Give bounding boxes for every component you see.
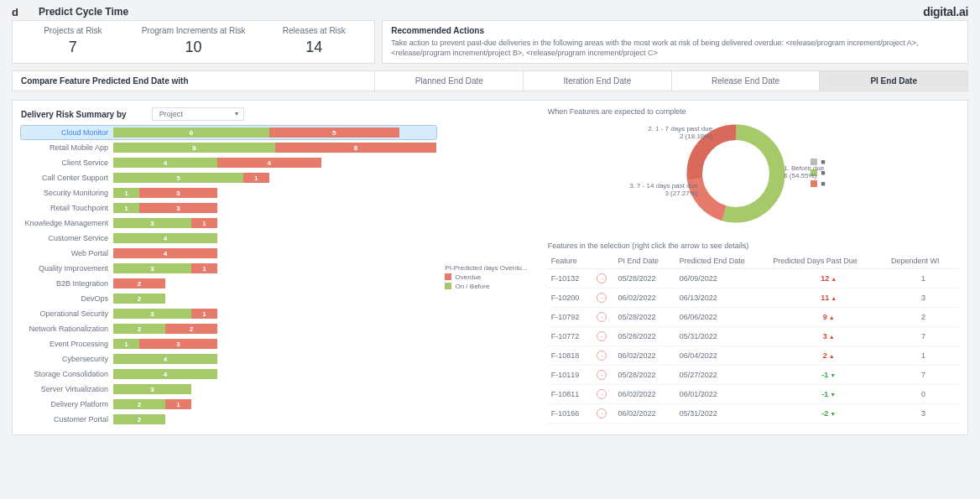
donut-label-7-14: 3. 7 - 14 days past due 3 (27.27%)	[629, 183, 697, 198]
risk-bar-row[interactable]: Web Portal4	[21, 247, 436, 260]
risk-bar-row[interactable]: Client Service44	[21, 156, 436, 169]
expand-row-icon[interactable]: →	[597, 331, 607, 341]
compare-tabs: Compare Feature Predicted End Date with …	[12, 70, 968, 91]
table-row[interactable]: F-10132→05/28/202206/09/2022121	[548, 269, 959, 288]
risk-bar-row[interactable]: Knowledge Management31	[21, 216, 436, 230]
tab-release-end-date[interactable]: Release End Date	[671, 71, 820, 91]
risk-bar-label[interactable]: Storage Consolidation	[21, 370, 113, 378]
features-col[interactable]	[593, 253, 615, 269]
risk-bar-label[interactable]: Security Monitoring	[21, 189, 113, 197]
risk-bar-label[interactable]: Operational Security	[21, 309, 113, 318]
risk-bar-label[interactable]: Cloud Monitor	[21, 128, 113, 137]
expand-row-icon[interactable]: →	[597, 389, 607, 399]
expand-row-icon[interactable]: →	[597, 351, 607, 361]
features-col[interactable]: Feature	[548, 253, 593, 269]
features-col[interactable]: Dependent WI	[888, 253, 959, 269]
table-row[interactable]: F-10811→06/02/202206/01/2022-10	[548, 385, 959, 404]
bar-seg-overdue: 8	[275, 143, 437, 153]
bar-seg-on-before: 1	[113, 188, 139, 198]
table-row[interactable]: F-10792→05/28/202206/06/202292	[548, 308, 959, 327]
donut-label-1-7: 2. 1 - 7 days past due 2 (18.18%)	[648, 126, 712, 141]
risk-bar-label[interactable]: Call Center Support	[21, 174, 113, 182]
table-row[interactable]: F-10166→06/02/202205/31/2022-23	[548, 404, 959, 424]
features-col[interactable]: PI End Date	[614, 253, 675, 269]
table-row[interactable]: F-10119→05/28/202205/27/2022-17	[548, 366, 959, 385]
logo-letter: d	[12, 6, 18, 18]
bar-seg-overdue: 3	[139, 203, 217, 213]
bar-seg-on-before: 5	[113, 173, 243, 183]
risk-bar-label[interactable]: Event Processing	[21, 340, 113, 348]
risk-bar-row[interactable]: Network Rationalization22	[21, 322, 436, 335]
risk-bar-row[interactable]: Quality Improvement31	[21, 262, 436, 275]
tab-pi-end-date[interactable]: PI End Date	[819, 71, 967, 91]
risk-bar-row[interactable]: Security Monitoring13	[21, 186, 436, 200]
risk-bar-label[interactable]: Web Portal	[21, 249, 113, 257]
predicted-days-delta: 9	[823, 313, 835, 321]
kpi-value: 14	[257, 39, 371, 56]
risk-bar-label[interactable]: Customer Service	[21, 234, 113, 242]
brand-logo: digital.ai	[923, 5, 968, 18]
legend-on-before: On / Before	[455, 283, 489, 290]
kpi-panel: Projects at Risk 7 Program Increments at…	[12, 20, 375, 64]
summary-title: Delivery Risk Summary by	[21, 110, 127, 119]
bar-seg-overdue: 2	[113, 278, 165, 288]
risk-bar-label[interactable]: DevOps	[21, 294, 113, 303]
risk-bar-row[interactable]: Server Virtualization3	[21, 382, 436, 396]
bar-seg-overdue: 1	[191, 218, 217, 228]
risk-bar-label[interactable]: Knowledge Management	[21, 219, 113, 227]
expand-row-icon[interactable]: →	[597, 312, 607, 322]
risk-bar-row[interactable]: B2B Integration2	[21, 277, 436, 290]
donut-label-before: 1. Before due 6 (54.55%)	[784, 165, 824, 180]
tab-planned-end-date[interactable]: Planned End Date	[375, 71, 523, 91]
risk-bar-row[interactable]: Call Center Support51	[21, 171, 436, 185]
risk-bar-label[interactable]: Customer Portal	[21, 415, 113, 424]
risk-bar-row[interactable]: Storage Consolidation4	[21, 367, 436, 381]
risk-bar-label[interactable]: Retail Mobile App	[21, 143, 113, 152]
risk-bar-row[interactable]: Event Processing13	[21, 337, 436, 351]
risk-bar-row[interactable]: Customer Service4	[21, 231, 436, 245]
risk-bar-row[interactable]: Retail Mobile App88	[21, 141, 436, 154]
risk-bar-row[interactable]: Retail Touchpoint13	[21, 201, 436, 215]
bar-seg-on-before: 4	[113, 158, 217, 168]
table-row[interactable]: F-10200→06/02/202206/13/2022113	[548, 288, 959, 308]
bar-seg-on-before: 2	[113, 294, 165, 304]
bar-seg-overdue: 2	[165, 324, 217, 334]
table-row[interactable]: F-10818→06/02/202206/04/202221	[548, 346, 959, 366]
risk-bar-label[interactable]: B2B Integration	[21, 279, 113, 288]
bar-seg-on-before: 2	[113, 399, 165, 409]
features-col[interactable]: Predicted Days Past Due	[769, 253, 888, 269]
kpi-label: Projects at Risk	[16, 26, 130, 35]
risk-bar-label[interactable]: Delivery Platform	[21, 400, 113, 408]
risk-bar-row[interactable]: Delivery Platform21	[21, 398, 436, 411]
risk-bar-label[interactable]: Cybersecurity	[21, 355, 113, 363]
expand-row-icon[interactable]: →	[597, 273, 607, 283]
kpi-row: Projects at Risk 7 Program Increments at…	[0, 20, 980, 70]
recommendations-body: Take action to prevent past-due deliveri…	[391, 39, 959, 58]
table-row[interactable]: F-10772→05/28/202205/31/202237	[548, 327, 959, 346]
risk-bar-row[interactable]: Customer Portal2	[21, 413, 436, 426]
risk-bar-label[interactable]: Server Virtualization	[21, 385, 113, 393]
risk-bar-row[interactable]: Cybersecurity4	[21, 352, 436, 366]
risk-bar-label[interactable]: Quality Improvement	[21, 264, 113, 273]
main-panel: Delivery Risk Summary by Project Cloud M…	[12, 100, 968, 435]
group-by-dropdown[interactable]: Project	[152, 107, 244, 121]
risk-bar-row[interactable]: DevOps2	[21, 292, 436, 305]
bar-seg-on-before: 1	[113, 203, 139, 213]
risk-bar-label[interactable]: Client Service	[21, 159, 113, 167]
predicted-days-delta: 2	[823, 351, 835, 360]
features-col[interactable]: Predicted End Date	[676, 253, 770, 269]
kpi-label: Program Increments at Risk	[137, 26, 251, 35]
expand-row-icon[interactable]: →	[597, 408, 607, 418]
tab-iteration-end-date[interactable]: Iteration End Date	[523, 71, 671, 91]
expand-row-icon[interactable]: →	[597, 293, 607, 303]
risk-bar-row[interactable]: Cloud Monitor65	[21, 126, 436, 139]
expand-row-icon[interactable]: →	[597, 370, 607, 380]
risk-bar-chart[interactable]: Cloud Monitor65Retail Mobile App88Client…	[21, 126, 436, 428]
risk-bar-row[interactable]: Operational Security31	[21, 307, 436, 320]
page-title: Predict Cycle Time	[39, 6, 128, 18]
donut-chart[interactable]: 1. Before due 6 (54.55%) 2. 1 - 7 days p…	[681, 119, 790, 228]
bar-seg-on-before: 1	[113, 339, 139, 349]
risk-bar-label[interactable]: Network Rationalization	[21, 325, 113, 333]
risk-bar-label[interactable]: Retail Touchpoint	[21, 204, 113, 212]
delivery-risk-column: Delivery Risk Summary by Project Cloud M…	[21, 107, 528, 428]
